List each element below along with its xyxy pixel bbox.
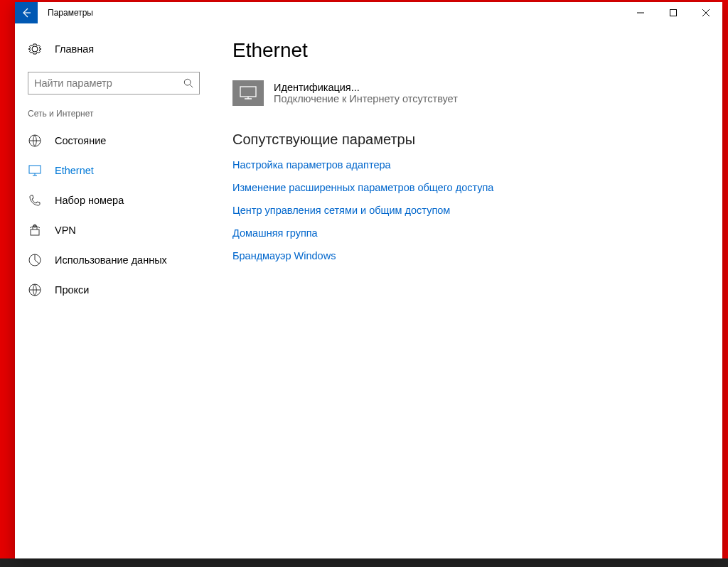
link-windows-firewall[interactable]: Брандмауэр Windows [232,250,705,261]
lock-icon [28,223,42,237]
nav-label: Прокси [55,284,89,296]
svg-rect-0 [670,10,677,16]
svg-rect-4 [31,230,39,235]
svg-point-1 [184,79,191,85]
monitor-icon [28,163,42,178]
arrow-left-icon [21,7,32,18]
nav-label: Ethernet [55,165,94,176]
gear-icon [28,42,42,56]
sidebar-item-ethernet[interactable]: Ethernet [15,156,215,185]
nav-label: VPN [55,225,76,236]
nav-label: Использование данных [55,254,167,266]
search-icon [183,78,193,88]
nav-label: Состояние [55,135,106,146]
sidebar: Главная Сеть и Интернет Состояние Ethern… [15,23,215,558]
globe-icon [28,283,42,297]
back-button[interactable] [15,2,38,23]
search-box[interactable] [28,72,200,94]
sidebar-home-label: Главная [55,43,94,55]
desktop-background [0,0,15,567]
taskbar [0,558,728,567]
window-title: Параметры [48,8,624,18]
close-button[interactable] [690,2,722,23]
svg-rect-8 [240,87,256,97]
search-input[interactable] [34,77,183,89]
phone-icon [28,193,42,207]
titlebar: Параметры [15,2,722,23]
link-adapter-settings[interactable]: Настройка параметров адаптера [232,159,705,171]
ethernet-icon [232,80,264,106]
network-name: Идентификация... [274,82,458,93]
nav-label: Набор номера [55,195,124,206]
sidebar-section-label: Сеть и Интернет [15,109,215,126]
data-icon [28,253,42,267]
link-advanced-sharing[interactable]: Изменение расширенных параметров общего … [232,182,705,193]
settings-window: Параметры Главная Сеть и Интернет Состоя… [15,2,722,558]
link-network-sharing-center[interactable]: Центр управления сетями и общим доступом [232,205,705,216]
sidebar-home[interactable]: Главная [15,36,215,62]
related-settings-title: Сопутствующие параметры [232,131,705,148]
svg-rect-3 [29,166,41,173]
sidebar-item-proxy[interactable]: Прокси [15,275,215,305]
window-controls [624,2,722,23]
content-area: Ethernet Идентификация... Подключение к … [215,23,722,558]
network-item[interactable]: Идентификация... Подключение к Интернету… [232,80,705,106]
maximize-button[interactable] [657,2,690,23]
sidebar-item-vpn[interactable]: VPN [15,215,215,245]
link-homegroup[interactable]: Домашняя группа [232,227,705,239]
minimize-button[interactable] [624,2,657,23]
network-status: Подключение к Интернету отсутствует [274,93,458,104]
page-title: Ethernet [232,39,705,62]
globe-icon [28,134,42,148]
sidebar-item-status[interactable]: Состояние [15,126,215,156]
sidebar-item-dialup[interactable]: Набор номера [15,185,215,215]
sidebar-item-data-usage[interactable]: Использование данных [15,245,215,275]
